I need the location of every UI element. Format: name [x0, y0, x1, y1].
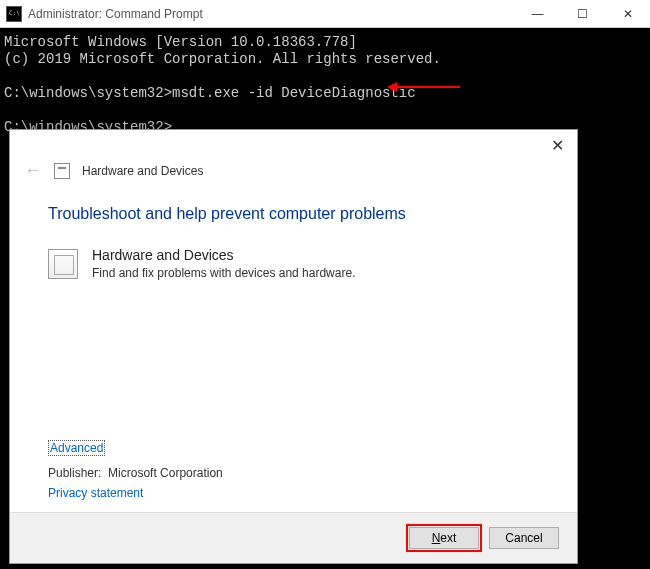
- dialog-header: ← Hardware and Devices: [10, 160, 577, 193]
- cancel-button[interactable]: Cancel: [489, 527, 559, 549]
- dialog-top-bar: ✕: [10, 130, 577, 160]
- dialog-header-title: Hardware and Devices: [82, 164, 203, 178]
- back-arrow-icon[interactable]: ←: [24, 160, 42, 181]
- minimize-button[interactable]: —: [515, 0, 560, 28]
- dialog-headline: Troubleshoot and help prevent computer p…: [48, 205, 539, 223]
- item-description: Find and fix problems with devices and h…: [92, 266, 355, 280]
- troubleshooter-item[interactable]: Hardware and Devices Find and fix proble…: [48, 247, 539, 280]
- next-button[interactable]: Next: [409, 527, 479, 549]
- cmd-prompt: C:\windows\system32>: [4, 85, 172, 101]
- cmd-line: (c) 2019 Microsoft Corporation. All righ…: [4, 51, 441, 67]
- publisher-label: Publisher:: [48, 466, 101, 480]
- maximize-button[interactable]: ☐: [560, 0, 605, 28]
- hardware-icon: [48, 249, 78, 279]
- privacy-statement-link[interactable]: Privacy statement: [48, 486, 539, 500]
- dialog-footer: Next Cancel: [10, 512, 577, 563]
- dialog-content: Troubleshoot and help prevent computer p…: [10, 193, 577, 512]
- troubleshooter-dialog: ✕ ← Hardware and Devices Troubleshoot an…: [9, 129, 578, 564]
- publisher-row: Publisher: Microsoft Corporation: [48, 466, 539, 480]
- advanced-link[interactable]: Advanced: [48, 440, 105, 456]
- cmd-window-title: Administrator: Command Prompt: [28, 7, 515, 21]
- cmd-line: Microsoft Windows [Version 10.0.18363.77…: [4, 34, 357, 50]
- publisher-value: Microsoft Corporation: [108, 466, 223, 480]
- close-button[interactable]: ✕: [605, 0, 650, 28]
- cmd-command: msdt.exe -id DeviceDiagnostic: [172, 85, 416, 101]
- window-controls: — ☐ ✕: [515, 0, 650, 28]
- hardware-icon: [54, 163, 70, 179]
- annotation-arrow: [395, 86, 460, 88]
- cmd-titlebar: Administrator: Command Prompt — ☐ ✕: [0, 0, 650, 28]
- dialog-close-button[interactable]: ✕: [543, 131, 571, 159]
- item-title: Hardware and Devices: [92, 247, 355, 263]
- cmd-icon: [6, 6, 22, 22]
- next-label: ext: [440, 531, 456, 545]
